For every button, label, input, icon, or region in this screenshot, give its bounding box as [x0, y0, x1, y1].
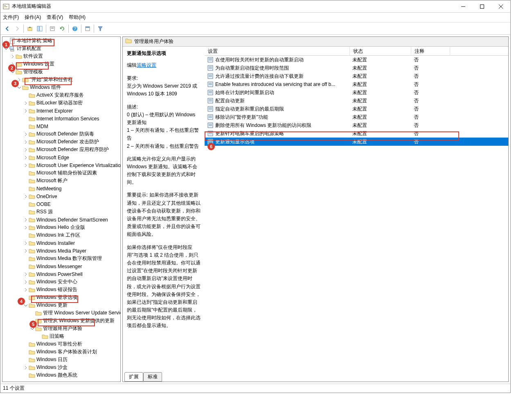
expand-icon[interactable] — [23, 194, 29, 199]
expand-icon[interactable] — [23, 271, 29, 277]
tree-item[interactable]: Windows 安全中心 — [2, 278, 120, 286]
list-row[interactable]: Enable features introduced via servicing… — [205, 80, 508, 88]
tree-item[interactable]: Windows Media Player — [2, 247, 120, 255]
list-row[interactable]: 配置自动更新未配置否 — [205, 97, 508, 105]
tree-item[interactable]: ActiveX 安装程序服务 — [2, 91, 120, 99]
tree-item[interactable]: BitLocker 驱动器加密 — [2, 99, 120, 107]
back-button[interactable] — [3, 24, 12, 33]
filter-button[interactable] — [96, 24, 105, 33]
tree-item[interactable]: Windows Media 数字权限管理 — [2, 255, 120, 262]
tree-item[interactable]: Windows Defender SmartScreen — [2, 216, 120, 224]
tree-software[interactable]: 软件设置 — [2, 52, 120, 60]
tree-root[interactable]: 本地计算机 策略 — [2, 37, 120, 45]
tree-item[interactable]: Microsoft Defender 攻击防护 — [2, 138, 120, 146]
tree-item[interactable]: Windows PowerShell — [2, 270, 120, 278]
list-row[interactable]: 移除访问"暂停更新"功能未配置否 — [205, 113, 508, 121]
expand-icon[interactable] — [23, 357, 29, 363]
expand-icon[interactable] — [10, 54, 16, 59]
tree-win-components[interactable]: Windows 组件 — [2, 84, 120, 91]
tree-item[interactable]: 管理从 Windows 更新提供的更新 — [2, 317, 120, 325]
expand-icon[interactable] — [23, 233, 29, 238]
expand-icon[interactable] — [23, 139, 29, 145]
forward-button[interactable] — [13, 24, 22, 33]
col-state[interactable]: 状态 — [350, 47, 411, 55]
expand-icon[interactable] — [23, 124, 29, 129]
expand-icon[interactable] — [36, 334, 42, 339]
tree-item[interactable]: Microsoft Edge — [2, 154, 120, 161]
expand-icon[interactable] — [23, 341, 29, 347]
expand-icon[interactable] — [23, 93, 29, 98]
minimize-button[interactable] — [454, 0, 473, 13]
tree-item[interactable]: Windows 颜色系统 — [2, 371, 120, 379]
tree-item[interactable]: Internet Information Services — [2, 115, 120, 122]
expand-icon[interactable] — [23, 116, 29, 122]
edit-policy-link[interactable]: 策略设置 — [137, 62, 156, 68]
list-row[interactable]: 指定自动更新和重启的最后期限未配置否 — [205, 105, 508, 113]
expand-icon[interactable] — [23, 147, 29, 153]
tab-standard[interactable]: 标准 — [143, 372, 162, 382]
expand-icon[interactable] — [23, 279, 29, 285]
expand-icon[interactable] — [23, 186, 29, 192]
expand-icon[interactable] — [23, 108, 29, 114]
menu-help[interactable]: 帮助(H) — [69, 14, 86, 21]
tree-item[interactable]: MDM — [2, 122, 120, 130]
expand-icon[interactable] — [23, 225, 29, 230]
tree-pane[interactable]: 本地计算机 策略计算机配置软件设置Windows 设置管理模板"开始"菜单和任务… — [2, 36, 121, 382]
expand-icon[interactable] — [29, 310, 35, 316]
tree-item[interactable]: Microsoft User Experience Virtualization — [2, 161, 120, 169]
expand-icon[interactable] — [23, 217, 29, 223]
expand-icon[interactable] — [23, 373, 29, 378]
list-row[interactable]: 删除使用所有 Windows 更新功能的访问权限未配置否 — [205, 121, 508, 129]
tree-item[interactable]: NetMeeting — [2, 185, 120, 192]
refresh-button[interactable] — [58, 24, 67, 33]
expand-icon[interactable] — [23, 248, 29, 254]
maximize-button[interactable] — [473, 0, 491, 13]
tree-item[interactable]: Windows 日历 — [2, 356, 120, 364]
tab-extended[interactable]: 扩展 — [124, 372, 143, 382]
tree-item[interactable]: Microsoft 辅助身份验证因素 — [2, 169, 120, 177]
expand-icon[interactable] — [23, 100, 29, 106]
up-button[interactable] — [25, 24, 34, 33]
expand-icon[interactable] — [23, 209, 29, 215]
tree-enduser-experience[interactable]: 管理最终用户体验 — [2, 325, 120, 332]
export-button[interactable] — [48, 24, 57, 33]
tree-item[interactable]: OOBE — [2, 200, 120, 208]
list-row[interactable]: 允许通过按流量计费的连接自动下载更新未配置否 — [205, 72, 508, 80]
col-note[interactable]: 注释 — [411, 47, 450, 55]
expand-icon[interactable] — [23, 170, 29, 176]
show-hide-tree-button[interactable] — [35, 24, 44, 33]
expand-icon[interactable] — [23, 349, 29, 355]
tree-item[interactable]: Microsoft Defender 应用程序防护 — [2, 146, 120, 154]
tree-start-taskbar[interactable]: "开始"菜单和任务栏 — [2, 76, 120, 84]
menu-file[interactable]: 文件(F) — [3, 14, 19, 21]
tree-admin-templates[interactable]: 管理模板 — [2, 68, 120, 76]
tree-item[interactable]: Microsoft Defender 防病毒 — [2, 130, 120, 138]
expand-icon[interactable] — [23, 287, 29, 293]
tree-item[interactable]: Windows 错误报告 — [2, 286, 120, 294]
menu-action[interactable]: 操作(A) — [25, 14, 41, 21]
tree-item[interactable]: OneDrive — [2, 192, 120, 200]
expand-icon[interactable] — [23, 155, 29, 160]
tree-old-policy[interactable]: 旧策略 — [2, 332, 120, 340]
expand-icon[interactable] — [23, 256, 29, 262]
tree-item[interactable]: RSS 源 — [2, 208, 120, 216]
tree-item[interactable]: Windows Messenger — [2, 262, 120, 270]
tree-item[interactable]: Windows 客户体验改善计划 — [2, 348, 120, 356]
help-button[interactable]: ? — [70, 24, 79, 33]
list-row[interactable]: 更新通知显示选项未配置否 — [205, 138, 508, 146]
expand-icon[interactable] — [23, 365, 29, 371]
expand-icon[interactable] — [23, 163, 29, 168]
list-row[interactable]: 为自动重新启动指定使用时段范围未配置否 — [205, 64, 508, 72]
expand-icon[interactable] — [23, 131, 29, 137]
properties-button[interactable] — [83, 24, 92, 33]
col-setting[interactable]: 设置 — [205, 47, 350, 55]
tree-item[interactable]: Windows 沙盒 — [2, 364, 120, 371]
expand-icon[interactable] — [23, 264, 29, 269]
list-row[interactable]: 始终在计划的时间重新启动未配置否 — [205, 88, 508, 97]
expand-icon[interactable] — [23, 240, 29, 246]
tree-item[interactable]: 管理 Windows Server Update Services — [2, 309, 120, 317]
tree-item[interactable]: Microsoft 帐户 — [2, 177, 120, 185]
tree-item[interactable]: Windows Installer — [2, 239, 120, 247]
expand-icon[interactable] — [23, 201, 29, 207]
tree-computer-config[interactable]: 计算机配置 — [2, 45, 120, 52]
